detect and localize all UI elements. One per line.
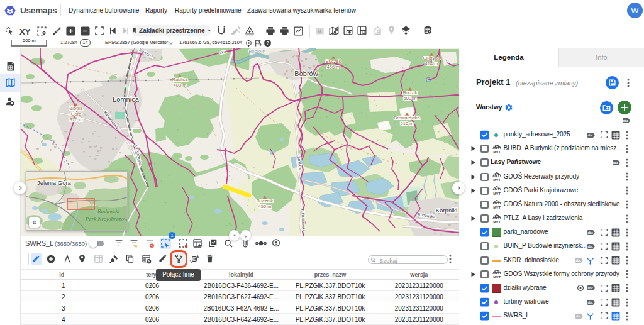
svg-text:500 m: 500 m	[404, 96, 417, 101]
svg-text:abc: abc	[575, 315, 581, 318]
svg-text:Rudawski: Rudawski	[97, 208, 119, 214]
svg-text:abc: abc	[613, 162, 618, 165]
svg-text:Łomnica: Łomnica	[113, 96, 139, 103]
svg-text:Bucznik: Bucznik	[257, 198, 274, 204]
svg-text:450 m: 450 m	[258, 204, 272, 209]
svg-text:abc: abc	[587, 245, 593, 248]
svg-text:Jelenia Góra: Jelenia Góra	[37, 179, 72, 186]
svg-text:510 m: 510 m	[401, 121, 414, 126]
svg-text:Karpniki: Karpniki	[436, 207, 457, 214]
svg-text:Bobrów: Bobrów	[248, 48, 265, 54]
svg-text:Buczek: Buczek	[326, 58, 341, 64]
svg-text:MVT: MVT	[493, 275, 501, 279]
svg-text:abc: abc	[575, 259, 581, 262]
svg-text:MVT: MVT	[493, 192, 501, 196]
svg-text:403 m: 403 m	[174, 82, 187, 88]
svg-text:Park Krajobrazow: Park Krajobrazow	[85, 216, 128, 222]
svg-text:Bobrów: Bobrów	[294, 70, 318, 77]
svg-text:MVT: MVT	[493, 150, 501, 153]
svg-text:?: ?	[266, 40, 269, 46]
svg-text:Ziębia: Ziębia	[70, 106, 83, 111]
svg-text:376 m: 376 m	[70, 117, 83, 123]
svg-text:MVT: MVT	[493, 219, 501, 223]
svg-text:Browarówka: Browarówka	[394, 115, 420, 121]
svg-text:414 m: 414 m	[425, 61, 438, 67]
svg-text:456 m: 456 m	[327, 64, 340, 70]
svg-text:MVT: MVT	[493, 206, 501, 209]
svg-text:Gilotyna: Gilotyna	[423, 55, 440, 61]
svg-text:Radlica: Radlica	[172, 77, 188, 82]
svg-text:abc: abc	[587, 134, 593, 137]
svg-text:Rudzik: Rudzik	[403, 90, 418, 96]
svg-text:Góra: Góra	[71, 111, 82, 117]
svg-text:abc: abc	[587, 231, 593, 234]
svg-text:abc: abc	[587, 287, 593, 290]
svg-text:abc: abc	[623, 119, 628, 123]
svg-text:abc: abc	[587, 301, 593, 304]
svg-text:MVT: MVT	[493, 178, 501, 182]
